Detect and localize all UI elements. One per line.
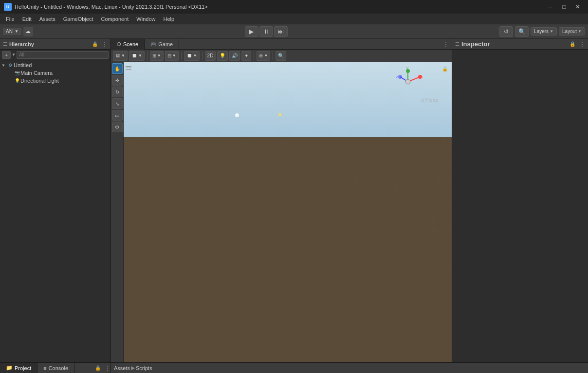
step-button[interactable]: ⏭ (274, 26, 288, 37)
minimize-button[interactable]: ─ (544, 2, 557, 11)
menu-gameobject[interactable]: GameObject (59, 15, 97, 23)
rect-tool-button[interactable]: ▭ (112, 110, 123, 121)
breadcrumb-root[interactable]: Assets (114, 365, 130, 371)
hand-tool-button[interactable]: ✋ (112, 63, 123, 74)
inspector-lock-icon[interactable]: 🔒 (570, 41, 575, 47)
transform-icon: ⊞ (152, 53, 156, 58)
svg-line-11 (279, 137, 328, 283)
svg-line-14 (425, 137, 445, 283)
svg-line-10 (236, 137, 289, 283)
hierarchy-header: ☰ Hierarchy 🔒 ⋮ (0, 39, 110, 50)
scene-lock-icon[interactable]: 🔒 (442, 66, 448, 71)
menu-edit[interactable]: Edit (18, 15, 36, 23)
menu-component[interactable]: Component (97, 15, 132, 23)
console-tab-label: Console (49, 365, 68, 371)
hierarchy-item-untitled[interactable]: ▼ ⚙ Untitled (0, 61, 110, 69)
tab-scene[interactable]: ⬡ Scene (111, 39, 145, 50)
move-tool-button[interactable]: ✛ (112, 75, 123, 86)
scene-search-btn[interactable]: 🔍 (276, 51, 286, 61)
hierarchy-menu-icon[interactable]: ⋮ (102, 41, 108, 48)
scene-tab-menu-icon[interactable]: ⋮ (443, 41, 449, 48)
scene-sep4 (254, 52, 254, 60)
scene-sep5 (273, 52, 273, 60)
pause-button[interactable]: ⏸ (259, 26, 273, 37)
account-button[interactable]: AN ▼ (3, 28, 21, 35)
svg-point-22 (398, 75, 402, 79)
play-button[interactable]: ▶ (245, 26, 258, 37)
lighting-icon: 💡 (220, 53, 225, 58)
menu-window[interactable]: Window (132, 15, 159, 23)
breadcrumb-current[interactable]: Scripts (136, 365, 152, 371)
scene-grid-btn[interactable]: ⊟ ▼ (165, 51, 179, 61)
transform-tool-icon: ⚙ (115, 124, 119, 130)
inspector-menu-icon[interactable]: ⋮ (579, 41, 585, 48)
svg-line-13 (377, 137, 406, 283)
undo-button[interactable]: ↺ (499, 26, 513, 37)
account-icon: AN (6, 29, 13, 34)
search-button[interactable]: 🔍 (515, 26, 529, 37)
grid-arrow: ▼ (172, 53, 176, 58)
directionallight-arrow (7, 77, 14, 84)
hierarchy-lock-icon[interactable]: 🔒 (92, 41, 98, 47)
layout-arrow-icon: ▼ (578, 29, 582, 34)
svg-line-9 (197, 137, 250, 283)
tab-console[interactable]: ≡ Console (37, 363, 74, 373)
directionallight-label: Directional Light (20, 78, 59, 84)
cloud-button[interactable]: ☁ (23, 27, 33, 36)
scene-gizmos-btn[interactable]: ⊕ ▼ (257, 51, 270, 61)
maximize-button[interactable]: □ (558, 2, 570, 11)
scene-toolbar: 🖥 ▼ 🔲 ▼ ⊞ ▼ ⊟ ▼ 🔲 ▼ 2D (111, 50, 452, 62)
scene-fx-btn[interactable]: ✦ (241, 51, 251, 61)
hierarchy-search-input[interactable] (17, 51, 109, 59)
scene-shading-btn[interactable]: 🔲 ▼ (129, 51, 145, 61)
play-icon: ▶ (249, 28, 254, 35)
titlebar: U HelloUnity - Untitled - Windows, Mac, … (0, 0, 588, 14)
gizmos-arrow: ▼ (264, 53, 268, 58)
scene-visibility-btn[interactable]: 🔲 ▼ (184, 51, 200, 61)
scene-viewport[interactable]: ✋ ✛ ↻ ⤡ ▭ ⚙ (111, 62, 452, 362)
project-panel-menu-icon[interactable]: ⋮ (105, 365, 110, 372)
scale-tool-button[interactable]: ⤡ (112, 98, 123, 109)
inspector-panel: ☰ Inspector 🔒 ⋮ (452, 39, 588, 362)
scene-audio-btn[interactable]: 🔊 (229, 51, 240, 61)
cloud-icon: ☁ (25, 28, 31, 35)
scene-display-icon: 🖥 (115, 53, 120, 58)
scene-transform-btn[interactable]: ⊞ ▼ (150, 51, 164, 61)
transform-tool-button[interactable]: ⚙ (112, 122, 123, 132)
scene-2d-btn[interactable]: 2D (205, 51, 216, 61)
project-tab-label: Project (15, 365, 31, 371)
scene-tabs: ⬡ Scene 🎮 Game ⋮ (111, 39, 452, 50)
titlebar-left: U HelloUnity - Untitled - Windows, Mac, … (4, 3, 208, 11)
bottom-left-panel: 📁 Project ≡ Console 🔒 ⋮ + ▼ ▼ ★ Favorite… (0, 363, 111, 373)
scene-search-icon: 🔍 (278, 53, 284, 58)
visibility-arrow: ▼ (193, 53, 197, 58)
untitled-arrow-icon: ▼ (0, 62, 7, 69)
tab-project[interactable]: 📁 Project (0, 363, 37, 373)
rotate-tool-button[interactable]: ↻ (112, 87, 123, 97)
menu-assets[interactable]: Assets (36, 15, 59, 23)
gizmo-svg: X Z Y (393, 67, 423, 96)
breadcrumb: Assets ▶ Scripts (114, 365, 152, 371)
hierarchy-item-directionallight[interactable]: 💡 Directional Light (0, 77, 110, 85)
menu-file[interactable]: File (2, 15, 18, 23)
audio-icon: 🔊 (232, 53, 238, 58)
scale-icon: ⤡ (115, 101, 119, 107)
scene-hamburger-icon (126, 66, 131, 70)
scene-display-btn[interactable]: 🖥 ▼ (113, 51, 128, 61)
console-tab-icon: ≡ (43, 365, 46, 371)
svg-point-24 (405, 79, 410, 84)
layers-dropdown[interactable]: Layers ▼ (531, 27, 557, 36)
hierarchy-item-maincamera[interactable]: 📷 Main Camera (0, 69, 110, 77)
layout-dropdown[interactable]: Layout ▼ (559, 27, 585, 36)
menu-help[interactable]: Help (159, 15, 178, 23)
hierarchy-title: Hierarchy (9, 41, 34, 47)
toolbar-right: ↺ 🔍 Layers ▼ Layout ▼ (499, 26, 585, 37)
close-button[interactable]: ✕ (571, 2, 584, 11)
tab-game[interactable]: 🎮 Game (145, 39, 179, 50)
scene-area: ⬡ Scene 🎮 Game ⋮ 🖥 ▼ 🔲 ▼ ⊞ ▼ (111, 39, 452, 362)
scene-lighting-btn[interactable]: 💡 (217, 51, 228, 61)
hierarchy-add-button[interactable]: + (2, 51, 11, 59)
project-panel-lock-icon[interactable]: 🔒 (95, 365, 103, 371)
scene-left-tools: ✋ ✛ ↻ ⤡ ▭ ⚙ (111, 62, 124, 362)
step-icon: ⏭ (278, 28, 284, 35)
